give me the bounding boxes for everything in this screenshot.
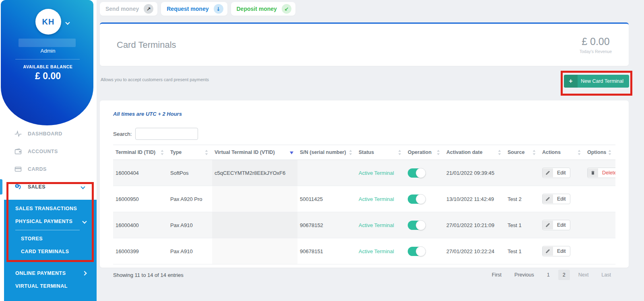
sort-icon[interactable] (533, 150, 537, 155)
column-header-label: Type (170, 149, 182, 155)
cell-terminal-id: 16000404 (113, 160, 168, 186)
balance-value: £ 0.00 (1, 71, 95, 82)
request-money-button[interactable]: Request money ↓ (161, 2, 227, 16)
operation-toggle[interactable] (408, 221, 425, 230)
sidebar-item-accounts[interactable]: ACCOUNTS (0, 143, 97, 160)
cell-source (505, 160, 540, 186)
sidebar-item-sales[interactable]: $ SALES (0, 178, 97, 196)
submenu-item-physical-payments[interactable]: PHYSICAL PAYMENTS (4, 215, 97, 228)
edit-button[interactable]: Edit (542, 194, 570, 204)
column-header-label: Status (359, 149, 374, 155)
column-header-terminal-id-tid-[interactable]: Terminal ID (TID) (113, 145, 168, 160)
cell-status: Active Terminal (356, 212, 405, 238)
sort-icon[interactable] (349, 150, 354, 155)
column-header-inner: Options (587, 149, 613, 155)
column-header-type[interactable]: Type (168, 145, 212, 160)
column-header-options[interactable]: Options (585, 145, 615, 160)
column-header-operation[interactable]: Operation (405, 145, 444, 160)
column-header-label: Actions (542, 149, 561, 155)
cell-options (585, 212, 615, 238)
page-description: Allows you to accept customers card pres… (101, 77, 209, 82)
table-row: 16000404SoftPosc5qCECYMTM2r8EEkJYOxF6Act… (113, 160, 615, 186)
table-row: 16000399Pax A91090678151Active Terminal2… (113, 238, 615, 264)
new-card-terminal-button[interactable]: + New Card Terminal (564, 75, 629, 88)
submenu-item-virtual-terminal[interactable]: VIRTUAL TERMINAL (4, 280, 97, 293)
sort-icon[interactable] (437, 150, 442, 155)
operation-toggle[interactable] (408, 247, 425, 256)
timezone-note: All times are UTC + 2 Hours (113, 111, 615, 117)
cell-options: Delete (585, 160, 615, 186)
cell-serial-number: 90678152 (297, 212, 356, 238)
submenu-item-card-terminals[interactable]: CARD TERMINALS (4, 245, 97, 258)
pagination-1[interactable]: 1 (543, 270, 554, 280)
send-money-button[interactable]: Send money ↗ (100, 2, 157, 16)
cell-status: Active Terminal (356, 160, 405, 186)
sidebar-profile-panel: KH Admin AVAILABLE BALANCE £ 0.00 (1, 0, 93, 125)
column-header-activation-date[interactable]: Activation date (444, 145, 505, 160)
pagination-previous[interactable]: Previous (510, 270, 539, 280)
sort-icon[interactable] (608, 150, 613, 155)
search-input[interactable] (135, 128, 198, 140)
pagination-2[interactable]: 2 (558, 270, 570, 280)
submenu-item-stores[interactable]: STORES (4, 232, 97, 245)
sort-icon[interactable] (498, 150, 503, 155)
table-header-row: Terminal ID (TID)TypeVirtual Terminal ID… (113, 145, 615, 160)
pencil-icon (543, 168, 553, 177)
deposit-money-button[interactable]: Deposit money ↙ (231, 2, 295, 16)
column-header-s-n-serial-number-[interactable]: S/N (serial number) (297, 145, 356, 160)
column-header-status[interactable]: Status (356, 145, 405, 160)
sidebar-item-label: ACCOUNTS (28, 149, 58, 154)
submenu-label: ONLINE PAYMENTS (15, 270, 66, 276)
sidebar-item-cards[interactable]: CARDS (0, 160, 97, 178)
pagination-next[interactable]: Next (574, 270, 593, 280)
cell-type: Pax A910 (168, 238, 212, 264)
cell-activation-date: 13/10/2022 11:42:49 (444, 186, 505, 212)
avatar[interactable]: KH (35, 9, 61, 35)
pagination: FirstPrevious12NextLast (483, 270, 615, 280)
delete-button[interactable]: Delete (587, 168, 615, 178)
sort-icon[interactable] (398, 150, 403, 155)
chevron-right-icon (83, 270, 86, 276)
sort-icon[interactable] (205, 150, 210, 155)
column-header-label: Virtual Terminal ID (VTID) (215, 149, 275, 155)
column-header-source[interactable]: Source (505, 145, 540, 160)
avatar-chevron-down-icon[interactable] (66, 18, 69, 26)
toggle-knob (416, 168, 426, 178)
cell-operation (405, 160, 444, 186)
sidebar-item-dashboard[interactable]: DASHBOARD (0, 125, 97, 143)
column-header-inner: S/N (serial number) (300, 149, 354, 155)
cell-terminal-id: 16000950 (113, 186, 168, 212)
credit-card-icon (14, 166, 22, 173)
operation-toggle[interactable] (408, 195, 425, 204)
column-header-label: Activation date (446, 149, 483, 155)
table-body: 16000404SoftPosc5qCECYMTM2r8EEkJYOxF6Act… (113, 160, 615, 264)
edit-button[interactable]: Edit (542, 168, 570, 178)
sort-desc-icon[interactable] (290, 151, 295, 154)
submenu-label: CARD TERMINALS (21, 249, 69, 254)
column-header-actions[interactable]: Actions (540, 145, 585, 160)
toggle-knob (416, 246, 426, 256)
column-header-inner: Source (508, 149, 537, 155)
cell-actions: Edit (540, 186, 585, 212)
edit-button[interactable]: Edit (542, 246, 570, 256)
trash-icon (588, 168, 598, 177)
submenu-item-sales-transactions[interactable]: SALES TRANSACTIONS (4, 202, 97, 215)
terminals-table-card: All times are UTC + 2 Hours Search: Term… (100, 100, 629, 268)
delete-label: Delete (598, 168, 615, 178)
search-label: Search: (113, 131, 132, 137)
cell-options (585, 238, 615, 264)
edit-button[interactable]: Edit (542, 220, 570, 230)
pagination-last[interactable]: Last (597, 270, 615, 280)
cell-actions: Edit (540, 238, 585, 264)
column-header-virtual-terminal-id-vtid-[interactable]: Virtual Terminal ID (VTID) (212, 145, 297, 160)
revenue-label: Today's Revenue (580, 49, 612, 54)
submenu-item-online-payments[interactable]: ONLINE PAYMENTS (4, 267, 97, 280)
sort-icon[interactable] (161, 150, 165, 155)
cell-activation-date: 21/01/2022 09:39:45 (444, 160, 505, 186)
column-header-inner: Actions (542, 149, 582, 155)
operation-toggle[interactable] (408, 168, 425, 178)
pagination-first[interactable]: First (487, 270, 506, 280)
cell-source: Test 1 (505, 212, 540, 238)
chevron-down-icon (83, 219, 86, 224)
sort-icon[interactable] (578, 150, 582, 155)
